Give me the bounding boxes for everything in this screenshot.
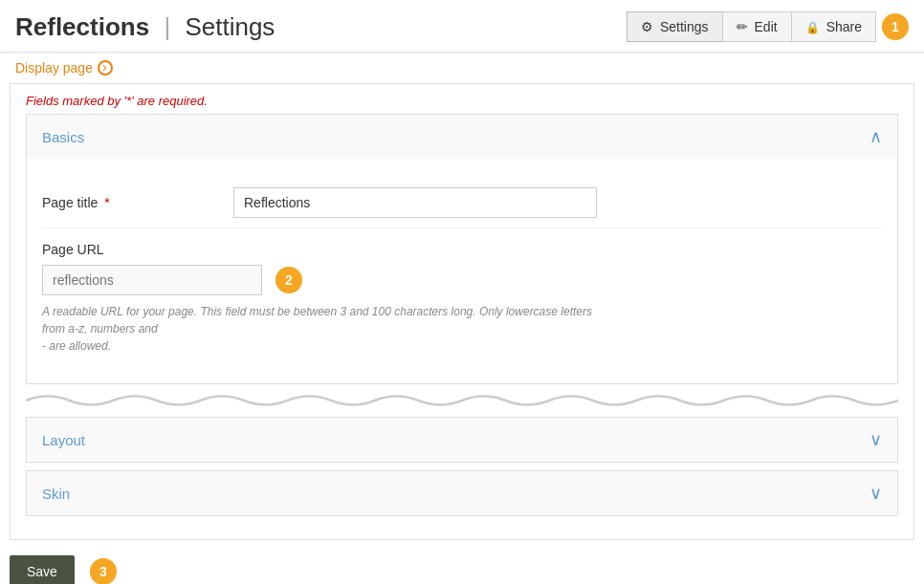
layout-chevron-down-icon: ∨: [869, 429, 882, 450]
layout-section-label: Layout: [42, 432, 85, 448]
subheader: Display page: [0, 53, 924, 83]
share-label: Share: [826, 19, 862, 34]
display-page-link[interactable]: Display page: [15, 60, 113, 76]
display-page-label: Display page: [15, 60, 93, 76]
page-url-input[interactable]: [42, 265, 262, 295]
layout-section-header[interactable]: Layout ∨: [27, 418, 897, 462]
page-url-row: Page URL 2 A readable URL for your page.…: [42, 228, 882, 364]
header-right: Settings Edit Share 1: [627, 11, 909, 42]
edit-icon: [737, 19, 750, 34]
basics-section-body: Page title * Page URL 2 A readable URL f…: [27, 159, 897, 383]
required-notice: Fields marked by '*' are required.: [26, 84, 898, 114]
edit-button[interactable]: Edit: [722, 11, 791, 42]
basics-section-header[interactable]: Basics ∧: [27, 115, 897, 159]
skin-section: Skin ∨: [26, 470, 898, 516]
skin-section-header[interactable]: Skin ∨: [27, 471, 897, 515]
url-input-row: 2: [42, 265, 882, 295]
page-title-row: Page title *: [42, 178, 882, 228]
badge-1: 1: [882, 13, 909, 40]
action-buttons: Settings Edit Share: [627, 11, 876, 42]
page-header: Reflections | Settings Settings Edit Sha…: [0, 0, 924, 53]
page-url-label: Page URL: [42, 242, 882, 257]
basics-section: Basics ∧ Page title * Page URL 2: [26, 114, 898, 384]
settings-button[interactable]: Settings: [627, 11, 722, 42]
lock-icon: [805, 19, 822, 34]
save-row: Save 3: [0, 540, 924, 584]
basics-section-label: Basics: [42, 129, 84, 145]
page-subtitle: Settings: [185, 12, 275, 41]
title-separator: |: [164, 12, 170, 41]
wave-separator: [26, 392, 898, 409]
skin-chevron-down-icon: ∨: [869, 483, 882, 504]
layout-section: Layout ∨: [26, 417, 898, 463]
app-title: Reflections: [15, 12, 149, 41]
badge-2: 2: [275, 267, 302, 293]
url-hint: A readable URL for your page. This field…: [42, 303, 616, 355]
skin-section-label: Skin: [42, 486, 70, 502]
save-button[interactable]: Save: [10, 555, 75, 584]
page-title-field: [233, 187, 882, 218]
settings-label: Settings: [660, 19, 709, 34]
page-title: Reflections | Settings: [15, 12, 275, 42]
arrow-right-icon: [98, 60, 113, 76]
share-button[interactable]: Share: [791, 11, 876, 42]
page-title-label: Page title *: [42, 187, 233, 210]
required-star: *: [104, 195, 109, 210]
page-title-input[interactable]: [233, 187, 597, 218]
main-content: Fields marked by '*' are required. Basic…: [10, 83, 914, 540]
gear-icon: [641, 19, 655, 34]
badge-3: 3: [90, 558, 117, 584]
edit-label: Edit: [755, 19, 778, 34]
basics-chevron-up-icon: ∧: [869, 126, 882, 147]
